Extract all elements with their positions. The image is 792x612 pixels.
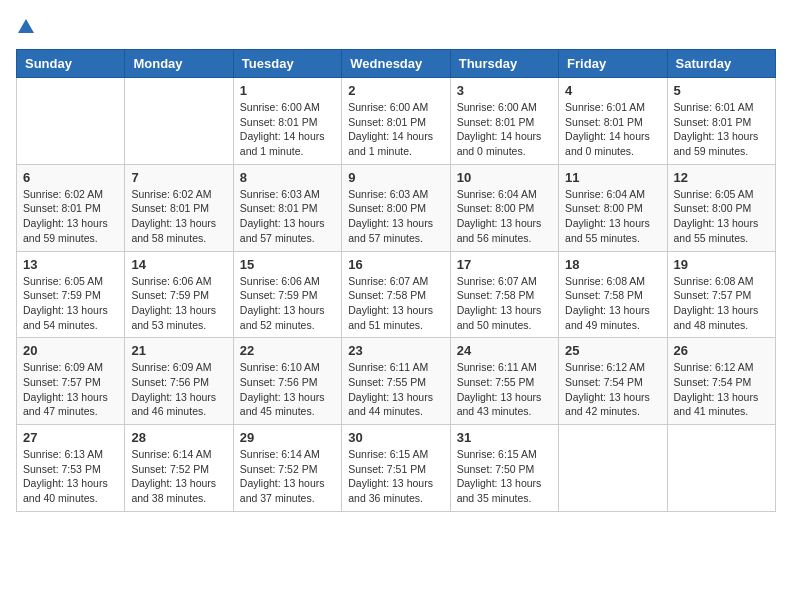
day-info: Sunrise: 6:06 AM Sunset: 7:59 PM Dayligh…	[240, 274, 335, 333]
day-info: Sunrise: 6:14 AM Sunset: 7:52 PM Dayligh…	[240, 447, 335, 506]
day-number: 7	[131, 170, 226, 185]
calendar-cell: 19Sunrise: 6:08 AM Sunset: 7:57 PM Dayli…	[667, 251, 775, 338]
day-number: 15	[240, 257, 335, 272]
day-info: Sunrise: 6:05 AM Sunset: 8:00 PM Dayligh…	[674, 187, 769, 246]
calendar-cell: 8Sunrise: 6:03 AM Sunset: 8:01 PM Daylig…	[233, 164, 341, 251]
day-number: 26	[674, 343, 769, 358]
calendar-week-row: 6Sunrise: 6:02 AM Sunset: 8:01 PM Daylig…	[17, 164, 776, 251]
day-number: 28	[131, 430, 226, 445]
calendar-cell: 1Sunrise: 6:00 AM Sunset: 8:01 PM Daylig…	[233, 78, 341, 165]
calendar-cell	[125, 78, 233, 165]
calendar-cell: 3Sunrise: 6:00 AM Sunset: 8:01 PM Daylig…	[450, 78, 558, 165]
day-info: Sunrise: 6:10 AM Sunset: 7:56 PM Dayligh…	[240, 360, 335, 419]
calendar-cell: 29Sunrise: 6:14 AM Sunset: 7:52 PM Dayli…	[233, 425, 341, 512]
calendar-cell: 9Sunrise: 6:03 AM Sunset: 8:00 PM Daylig…	[342, 164, 450, 251]
day-number: 8	[240, 170, 335, 185]
calendar-header-row: SundayMondayTuesdayWednesdayThursdayFrid…	[17, 50, 776, 78]
day-number: 21	[131, 343, 226, 358]
day-number: 31	[457, 430, 552, 445]
day-number: 27	[23, 430, 118, 445]
calendar-week-row: 20Sunrise: 6:09 AM Sunset: 7:57 PM Dayli…	[17, 338, 776, 425]
day-number: 20	[23, 343, 118, 358]
day-info: Sunrise: 6:12 AM Sunset: 7:54 PM Dayligh…	[674, 360, 769, 419]
calendar-cell	[559, 425, 667, 512]
calendar-cell: 18Sunrise: 6:08 AM Sunset: 7:58 PM Dayli…	[559, 251, 667, 338]
day-info: Sunrise: 6:15 AM Sunset: 7:50 PM Dayligh…	[457, 447, 552, 506]
day-info: Sunrise: 6:00 AM Sunset: 8:01 PM Dayligh…	[348, 100, 443, 159]
day-number: 14	[131, 257, 226, 272]
day-info: Sunrise: 6:01 AM Sunset: 8:01 PM Dayligh…	[565, 100, 660, 159]
day-number: 9	[348, 170, 443, 185]
day-info: Sunrise: 6:11 AM Sunset: 7:55 PM Dayligh…	[457, 360, 552, 419]
day-number: 22	[240, 343, 335, 358]
calendar-cell: 4Sunrise: 6:01 AM Sunset: 8:01 PM Daylig…	[559, 78, 667, 165]
day-info: Sunrise: 6:07 AM Sunset: 7:58 PM Dayligh…	[457, 274, 552, 333]
day-info: Sunrise: 6:00 AM Sunset: 8:01 PM Dayligh…	[240, 100, 335, 159]
day-info: Sunrise: 6:03 AM Sunset: 8:00 PM Dayligh…	[348, 187, 443, 246]
day-of-week-header: Monday	[125, 50, 233, 78]
day-number: 11	[565, 170, 660, 185]
calendar-cell: 16Sunrise: 6:07 AM Sunset: 7:58 PM Dayli…	[342, 251, 450, 338]
logo-icon	[16, 17, 36, 37]
day-of-week-header: Tuesday	[233, 50, 341, 78]
calendar-cell: 22Sunrise: 6:10 AM Sunset: 7:56 PM Dayli…	[233, 338, 341, 425]
day-info: Sunrise: 6:07 AM Sunset: 7:58 PM Dayligh…	[348, 274, 443, 333]
calendar-cell: 23Sunrise: 6:11 AM Sunset: 7:55 PM Dayli…	[342, 338, 450, 425]
day-number: 25	[565, 343, 660, 358]
day-info: Sunrise: 6:09 AM Sunset: 7:56 PM Dayligh…	[131, 360, 226, 419]
day-number: 3	[457, 83, 552, 98]
day-number: 23	[348, 343, 443, 358]
day-info: Sunrise: 6:13 AM Sunset: 7:53 PM Dayligh…	[23, 447, 118, 506]
day-info: Sunrise: 6:08 AM Sunset: 7:57 PM Dayligh…	[674, 274, 769, 333]
day-info: Sunrise: 6:03 AM Sunset: 8:01 PM Dayligh…	[240, 187, 335, 246]
day-number: 17	[457, 257, 552, 272]
day-of-week-header: Thursday	[450, 50, 558, 78]
day-number: 24	[457, 343, 552, 358]
day-number: 12	[674, 170, 769, 185]
day-number: 16	[348, 257, 443, 272]
calendar-cell: 15Sunrise: 6:06 AM Sunset: 7:59 PM Dayli…	[233, 251, 341, 338]
calendar-cell: 30Sunrise: 6:15 AM Sunset: 7:51 PM Dayli…	[342, 425, 450, 512]
day-number: 19	[674, 257, 769, 272]
day-info: Sunrise: 6:04 AM Sunset: 8:00 PM Dayligh…	[565, 187, 660, 246]
calendar-cell: 7Sunrise: 6:02 AM Sunset: 8:01 PM Daylig…	[125, 164, 233, 251]
calendar-cell: 28Sunrise: 6:14 AM Sunset: 7:52 PM Dayli…	[125, 425, 233, 512]
day-number: 18	[565, 257, 660, 272]
day-number: 29	[240, 430, 335, 445]
day-number: 6	[23, 170, 118, 185]
calendar-week-row: 1Sunrise: 6:00 AM Sunset: 8:01 PM Daylig…	[17, 78, 776, 165]
calendar-cell: 25Sunrise: 6:12 AM Sunset: 7:54 PM Dayli…	[559, 338, 667, 425]
day-number: 4	[565, 83, 660, 98]
day-info: Sunrise: 6:12 AM Sunset: 7:54 PM Dayligh…	[565, 360, 660, 419]
calendar-cell: 26Sunrise: 6:12 AM Sunset: 7:54 PM Dayli…	[667, 338, 775, 425]
day-info: Sunrise: 6:11 AM Sunset: 7:55 PM Dayligh…	[348, 360, 443, 419]
day-of-week-header: Sunday	[17, 50, 125, 78]
day-of-week-header: Wednesday	[342, 50, 450, 78]
day-of-week-header: Saturday	[667, 50, 775, 78]
day-number: 30	[348, 430, 443, 445]
day-info: Sunrise: 6:05 AM Sunset: 7:59 PM Dayligh…	[23, 274, 118, 333]
calendar-week-row: 27Sunrise: 6:13 AM Sunset: 7:53 PM Dayli…	[17, 425, 776, 512]
calendar-cell: 17Sunrise: 6:07 AM Sunset: 7:58 PM Dayli…	[450, 251, 558, 338]
day-number: 10	[457, 170, 552, 185]
day-info: Sunrise: 6:09 AM Sunset: 7:57 PM Dayligh…	[23, 360, 118, 419]
day-info: Sunrise: 6:02 AM Sunset: 8:01 PM Dayligh…	[23, 187, 118, 246]
calendar-cell: 14Sunrise: 6:06 AM Sunset: 7:59 PM Dayli…	[125, 251, 233, 338]
calendar-cell	[17, 78, 125, 165]
day-info: Sunrise: 6:01 AM Sunset: 8:01 PM Dayligh…	[674, 100, 769, 159]
page-header	[16, 16, 776, 37]
day-info: Sunrise: 6:00 AM Sunset: 8:01 PM Dayligh…	[457, 100, 552, 159]
day-number: 13	[23, 257, 118, 272]
day-info: Sunrise: 6:06 AM Sunset: 7:59 PM Dayligh…	[131, 274, 226, 333]
day-info: Sunrise: 6:04 AM Sunset: 8:00 PM Dayligh…	[457, 187, 552, 246]
calendar-cell: 10Sunrise: 6:04 AM Sunset: 8:00 PM Dayli…	[450, 164, 558, 251]
day-info: Sunrise: 6:15 AM Sunset: 7:51 PM Dayligh…	[348, 447, 443, 506]
calendar-cell: 2Sunrise: 6:00 AM Sunset: 8:01 PM Daylig…	[342, 78, 450, 165]
logo	[16, 16, 40, 37]
day-of-week-header: Friday	[559, 50, 667, 78]
calendar-cell: 5Sunrise: 6:01 AM Sunset: 8:01 PM Daylig…	[667, 78, 775, 165]
calendar-cell: 6Sunrise: 6:02 AM Sunset: 8:01 PM Daylig…	[17, 164, 125, 251]
calendar-cell: 31Sunrise: 6:15 AM Sunset: 7:50 PM Dayli…	[450, 425, 558, 512]
day-info: Sunrise: 6:14 AM Sunset: 7:52 PM Dayligh…	[131, 447, 226, 506]
day-number: 1	[240, 83, 335, 98]
